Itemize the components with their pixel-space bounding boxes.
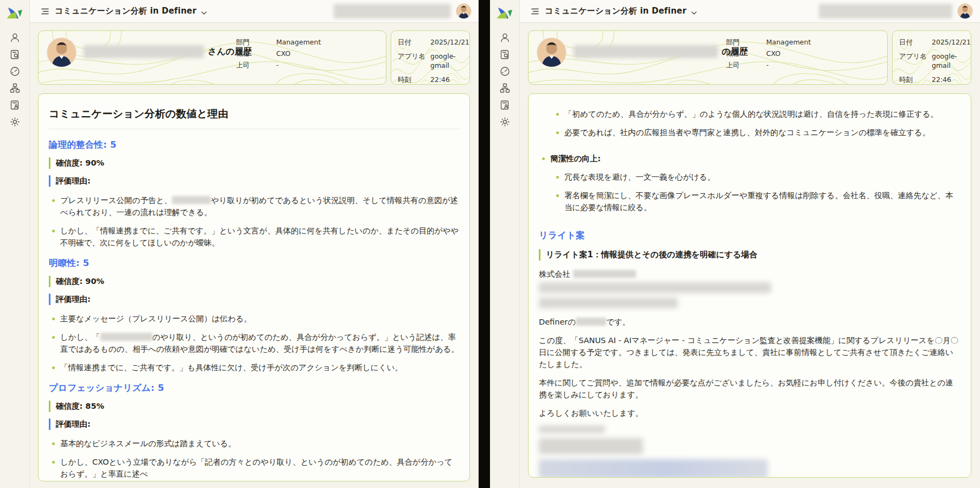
list-indent-icon [40, 7, 50, 16]
bullet-item: 「初めてのため、具合が分からず。」のような個人的な状況説明は避け、自信を持った表… [553, 108, 960, 120]
user-avatar[interactable] [958, 4, 972, 18]
bullet-item: 署名欄を簡潔にし、不要な画像プレースホルダーや重複する情報は削除する。会社名、役… [553, 189, 960, 213]
info-value: 22:46 [430, 75, 450, 85]
section-heading: 明瞭性: 5 [49, 257, 459, 269]
nav-settings-gear-icon[interactable] [499, 116, 511, 128]
field-label: 部門 [236, 38, 276, 47]
nav-dashboard-gauge-icon[interactable] [499, 66, 511, 77]
company-line: 株式会社 [539, 268, 960, 280]
nav-document-search-icon[interactable] [9, 49, 21, 60]
reason-list: 基本的なビジネスメールの形式は踏まえている。 しかし、CXOという立場でありなが… [49, 438, 459, 480]
nav-report-document-icon[interactable] [499, 99, 511, 111]
analysis-report-card: コミュニケーション分析の数値と理由 論理的整合性: 5 確信度: 90% 評価理… [38, 93, 470, 481]
confidence-line: 確信度: 85% [49, 401, 459, 412]
field-value: - [276, 61, 279, 70]
employee-avatar [537, 38, 566, 67]
sidebar [490, 0, 520, 488]
user-avatar[interactable] [456, 4, 471, 18]
topbar: コミュニケーション分析 in Definer [30, 0, 479, 23]
nav-report-document-icon[interactable] [9, 99, 21, 111]
reason-list: プレスリリース公開の予告と、やり取りが初めてであるという状況説明、そして情報共有… [49, 194, 459, 249]
chevron-down-icon[interactable] [201, 8, 207, 15]
section-heading: プロフェッショナリズム: 5 [49, 382, 459, 394]
nav-dashboard-gauge-icon[interactable] [9, 66, 21, 77]
info-label: 日付 [398, 38, 430, 47]
window-divider [479, 0, 490, 488]
record-info-card: 日付2025/12/21 アプリ名google-gmail 時刻22:46 [892, 30, 971, 85]
redacted-signature-banner [539, 459, 768, 478]
employee-fields: 部門Management 職種CXO 上司- [236, 38, 321, 72]
definer-window-right: コミュニケーション分析 in Definer の履歴 部門Management … [490, 0, 980, 488]
body-paragraph: よろしくお願いいたします。 [539, 407, 960, 419]
body-paragraph: この度、「SANUS AI - AIマネージャー - コミュニケーション監査と改… [539, 334, 960, 370]
field-label: 上司 [236, 61, 276, 70]
page-content: の履歴 部門Management 職種CXO 上司- 日付2025/12/21 … [520, 23, 980, 488]
redacted-account-info [334, 4, 451, 18]
definer-logo-icon[interactable] [7, 6, 23, 21]
reason-list: 主要なメッセージ（プレスリリース公開）は伝わる。 しかし、「のやり取り、というの… [49, 313, 459, 373]
field-value: CXO [766, 49, 780, 59]
info-value: google-gmail [430, 52, 463, 71]
improvement-sublist: 冗長な表現を避け、一文一義を心がける。 署名欄を簡潔にし、不要な画像プレースホル… [553, 171, 960, 213]
bullet-item: 冗長な表現を避け、一文一義を心がける。 [553, 171, 960, 183]
info-value: 22:46 [932, 75, 951, 85]
bullet-item: しかし、「情報連携までに、ご共有です。」という文言が、具体的に何を共有したいのか… [49, 225, 459, 249]
employee-fields: 部門Management 職種CXO 上司- [726, 38, 811, 72]
workspace-title[interactable]: コミュニケーション分析 in Definer [55, 6, 196, 16]
field-label: 職種 [236, 49, 276, 59]
nav-org-chart-icon[interactable] [9, 83, 21, 94]
employee-header-card: さんの履歴 部門Management 職種CXO 上司- [38, 30, 386, 85]
bullet-item: 「情報連携までに、ご共有です。」も具体性に欠け、受け手が次のアクションを判断しに… [49, 362, 459, 373]
section-heading: リライト案 [539, 230, 960, 242]
reason-label: 評価理由: [49, 419, 459, 430]
redacted-address-line [539, 297, 678, 308]
redacted-signature-line [539, 426, 605, 433]
field-value: - [766, 61, 769, 70]
info-value: 2025/12/21 [430, 38, 469, 47]
nav-profile-icon[interactable] [499, 32, 511, 43]
info-value: google-gmail [932, 52, 964, 71]
definer-window-left: コミュニケーション分析 in Definer さんの履歴 部門Managemen… [0, 0, 479, 488]
info-label: アプリ名 [398, 52, 430, 71]
list-indent-icon [530, 7, 540, 16]
redacted-employee-name [84, 45, 204, 58]
improvement-list: 簡潔性の向上: [539, 153, 960, 164]
field-value: CXO [276, 49, 290, 59]
topbar: コミュニケーション分析 in Definer [520, 0, 980, 23]
suggestion-list: 「初めてのため、具合が分からず。」のような個人的な状況説明は避け、自信を持った表… [553, 108, 960, 138]
info-value: 2025/12/21 [932, 38, 971, 47]
info-label: 時刻 [899, 75, 932, 85]
nav-org-chart-icon[interactable] [499, 83, 511, 94]
redacted-employee-name [574, 45, 718, 58]
report-title: コミュニケーション分析の数値と理由 [49, 107, 459, 129]
record-info-card: 日付2025/12/21 アプリ名google-gmail 時刻22:46 [391, 30, 470, 85]
reason-label: 評価理由: [49, 175, 459, 187]
redacted-account-info [819, 4, 952, 18]
employee-avatar [47, 38, 76, 67]
chevron-down-icon[interactable] [691, 8, 697, 15]
body-paragraph: 本件に関してご質問や、追加で情報が必要な点がございましたら、お気軽にお申し付けく… [539, 377, 960, 401]
confidence-line: 確信度: 90% [49, 157, 459, 169]
bullet-item: しかし、CXOという立場でありながら「記者の方々とのやり取り、というのが初めての… [49, 456, 459, 480]
workspace-title[interactable]: コミュニケーション分析 in Definer [545, 6, 686, 16]
nav-settings-gear-icon[interactable] [9, 116, 21, 128]
info-label: アプリ名 [899, 52, 932, 71]
field-label: 職種 [726, 49, 766, 59]
nav-document-search-icon[interactable] [499, 49, 511, 60]
page-content: さんの履歴 部門Management 職種CXO 上司- 日付2025/12/2… [30, 23, 479, 488]
bullet-item: プレスリリース公開の予告と、やり取りが初めてであるという状況説明、そして情報共有… [49, 194, 459, 218]
nav-profile-icon[interactable] [9, 32, 21, 43]
reason-label: 評価理由: [49, 294, 459, 305]
info-label: 時刻 [398, 75, 430, 85]
info-label: 日付 [899, 38, 932, 47]
redacted-text [172, 196, 211, 204]
field-value: Management [276, 38, 321, 47]
sidebar [0, 0, 30, 488]
bullet-item: 必要であれば、社内の広報担当者や専門家と連携し、対外的なコミュニケーションの標準… [553, 126, 960, 138]
employee-header-card: の履歴 部門Management 職種CXO 上司- [528, 30, 888, 85]
section-heading: 論理的整合性: 5 [49, 139, 459, 151]
definer-logo-icon[interactable] [497, 6, 513, 21]
redacted-address-line [539, 282, 771, 293]
field-value: Management [766, 38, 811, 47]
field-label: 部門 [726, 38, 766, 47]
